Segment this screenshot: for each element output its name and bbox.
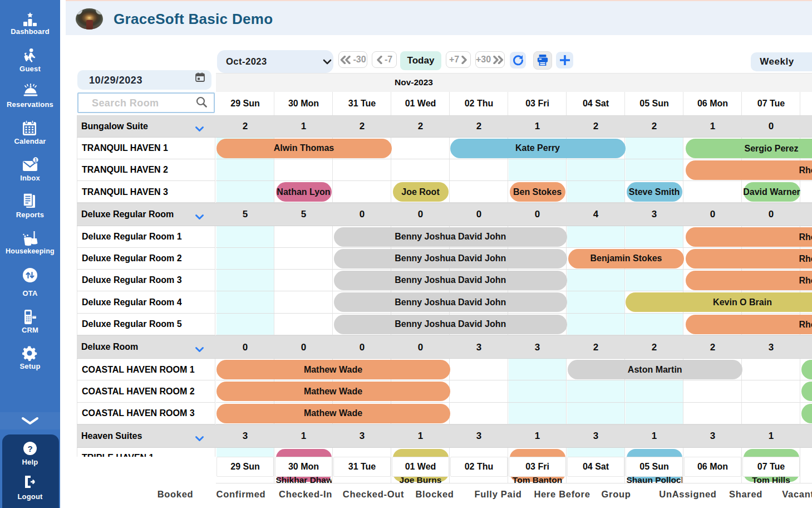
svg-text:1: 1 xyxy=(35,157,37,163)
svg-text:?: ? xyxy=(27,444,32,453)
